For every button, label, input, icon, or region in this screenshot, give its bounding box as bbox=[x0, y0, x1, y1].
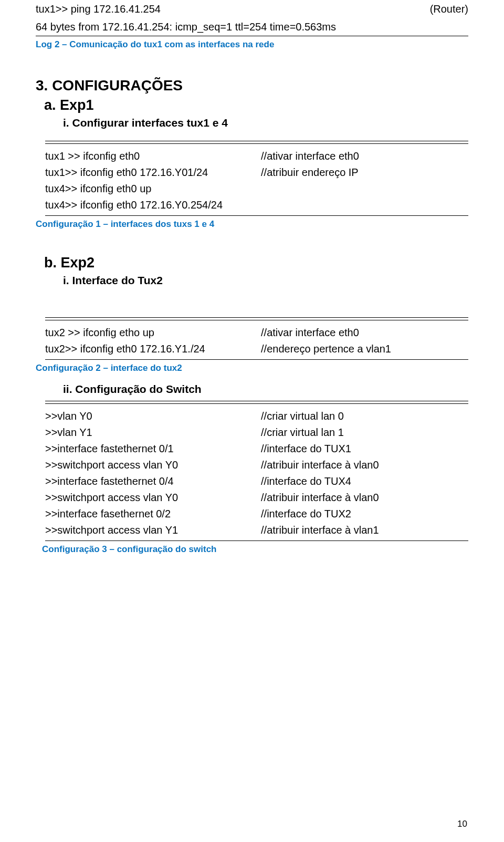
table-row: tux1 >> ifconfig eth0 //ativar interface… bbox=[45, 148, 468, 164]
page: tux1>> ping 172.16.41.254 (Router) 64 by… bbox=[0, 0, 504, 842]
cmd-cell: >>switchport access vlan Y0 bbox=[45, 490, 261, 506]
note-cell: //interface do TUX4 bbox=[261, 473, 468, 490]
note-cell: //endereço pertence a vlan1 bbox=[261, 341, 468, 357]
log2-block: tux1>> ping 172.16.41.254 (Router) 64 by… bbox=[36, 0, 468, 50]
table-row: >>interface fastethernet 0/1 //interface… bbox=[45, 441, 468, 457]
table-row: tux1>> ifconfig eth0 172.16.Y01/24 //atr… bbox=[45, 164, 468, 181]
config3-table: >>vlan Y0 //criar virtual lan 0 >>vlan Y… bbox=[45, 401, 468, 555]
rule bbox=[45, 320, 468, 320]
table-row: >>switchport access vlan Y0 //atribuir i… bbox=[45, 457, 468, 473]
rule bbox=[45, 141, 468, 141]
cmd-cell: tux1 >> ifconfig eth0 bbox=[45, 148, 261, 164]
rule bbox=[36, 36, 468, 36]
cmd-cell: tux1>> ifconfig eth0 172.16.Y01/24 bbox=[45, 164, 261, 181]
config1-table: tux1 >> ifconfig eth0 //ativar interface… bbox=[45, 141, 468, 230]
table-row: >>switchport access vlan Y0 //atribuir i… bbox=[45, 490, 468, 506]
table-row: >>vlan Y1 //criar virtual lan 1 bbox=[45, 424, 468, 441]
rule bbox=[45, 403, 468, 404]
section-3b-i: i. Interface do Tux2 bbox=[63, 274, 468, 287]
note-cell: //criar virtual lan 1 bbox=[261, 424, 468, 441]
cmd-cell: tux2 >> ifconfig etho up bbox=[45, 325, 261, 341]
cmd-cell: >>vlan Y0 bbox=[45, 408, 261, 424]
section-3b-heading: b. Exp2 bbox=[44, 255, 468, 271]
table-row: >>interface fastethernet 0/4 //interface… bbox=[45, 473, 468, 490]
section-3a-heading: a. Exp1 bbox=[44, 97, 468, 113]
cmd-cell: >>switchport access vlan Y1 bbox=[45, 522, 261, 538]
note-cell: //ativar interface eth0 bbox=[261, 148, 468, 164]
rule bbox=[45, 540, 468, 541]
note-cell: //criar virtual lan 0 bbox=[261, 408, 468, 424]
config1-caption: Configuração 1 – interfaces dos tuxs 1 e… bbox=[36, 219, 468, 230]
cmd-cell: >>interface fastethernet 0/1 bbox=[45, 441, 261, 457]
note-cell bbox=[261, 197, 468, 213]
section-3-heading: 3. CONFIGURAÇÕES bbox=[36, 77, 468, 94]
log2-router-label: (Router) bbox=[430, 0, 468, 18]
table-row: >>interface fasethernet 0/2 //interface … bbox=[45, 506, 468, 522]
config2-caption: Configuração 2 – interface do tux2 bbox=[36, 363, 468, 373]
table-row: tux2>> ifconfig eth0 172.16.Y1./24 //end… bbox=[45, 341, 468, 357]
table-row: tux4>> ifconfig eth0 up bbox=[45, 181, 468, 197]
note-cell: //atribuir interface à vlan1 bbox=[261, 522, 468, 538]
cmd-cell: tux4>> ifconfig eth0 172.16.Y0.254/24 bbox=[45, 197, 261, 213]
rule bbox=[45, 317, 468, 318]
note-cell: //atribuir interface à vlan0 bbox=[261, 490, 468, 506]
log2-caption: Log 2 – Comunicação do tux1 com as inter… bbox=[36, 39, 468, 50]
page-number: 10 bbox=[457, 819, 467, 829]
cmd-cell: >>vlan Y1 bbox=[45, 424, 261, 441]
config2-table: tux2 >> ifconfig etho up //ativar interf… bbox=[45, 317, 468, 373]
note-cell: //atribuir endereço IP bbox=[261, 164, 468, 181]
table-row: tux4>> ifconfig eth0 172.16.Y0.254/24 bbox=[45, 197, 468, 213]
table-row: >>vlan Y0 //criar virtual lan 0 bbox=[45, 408, 468, 424]
log2-output: 64 bytes from 172.16.41.254: icmp_seq=1 … bbox=[36, 21, 336, 33]
table-row: >>switchport access vlan Y1 //atribuir i… bbox=[45, 522, 468, 538]
note-cell: //atribuir interface à vlan0 bbox=[261, 457, 468, 473]
note-cell bbox=[261, 181, 468, 197]
section-3b-ii: ii. Configuração do Switch bbox=[63, 383, 468, 396]
note-cell: //ativar interface eth0 bbox=[261, 325, 468, 341]
cmd-cell: >>interface fasethernet 0/2 bbox=[45, 506, 261, 522]
config3-caption: Configuração 3 – configuração do switch bbox=[42, 544, 468, 555]
note-cell: //interface do TUX2 bbox=[261, 506, 468, 522]
rule bbox=[45, 401, 468, 401]
section-3a-i: i. Configurar interfaces tux1 e 4 bbox=[63, 117, 468, 129]
cmd-cell: tux2>> ifconfig eth0 172.16.Y1./24 bbox=[45, 341, 261, 357]
log2-cmd: tux1>> ping 172.16.41.254 bbox=[36, 0, 161, 18]
rule bbox=[45, 143, 468, 144]
cmd-cell: >>interface fastethernet 0/4 bbox=[45, 473, 261, 490]
table-row: tux2 >> ifconfig etho up //ativar interf… bbox=[45, 325, 468, 341]
cmd-cell: tux4>> ifconfig eth0 up bbox=[45, 181, 261, 197]
cmd-cell: >>switchport access vlan Y0 bbox=[45, 457, 261, 473]
note-cell: //interface do TUX1 bbox=[261, 441, 468, 457]
rule bbox=[45, 359, 468, 360]
rule bbox=[45, 215, 468, 216]
